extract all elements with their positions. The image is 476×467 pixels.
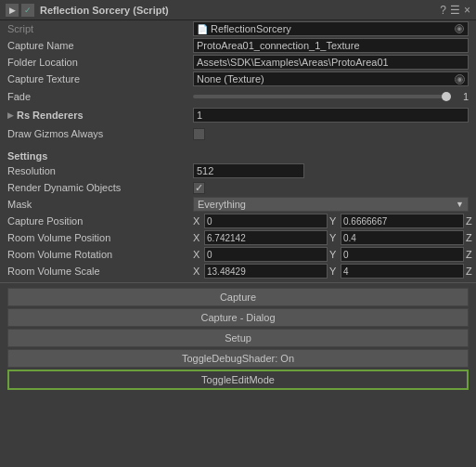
room-volume-rotation-fields: X Y Z: [193, 247, 476, 262]
x-label: X: [193, 215, 204, 227]
active-icon[interactable]: ✓: [21, 4, 34, 17]
capture-pos-z-field: Z: [466, 214, 476, 228]
action-buttons: Capture Capture - Dialog Setup ToggleDeb…: [0, 286, 476, 392]
render-dynamic-checkbox[interactable]: ✓: [193, 182, 205, 194]
folder-location-row: Folder Location Assets\SDK\Examples\Area…: [0, 54, 476, 71]
rs-renderers-label: Rs Renderers: [17, 110, 84, 121]
rs-renderers-row: ▶ Rs Renderers 1: [0, 106, 476, 124]
rs-renderers-label-wrap: ▶ Rs Renderers: [7, 110, 193, 121]
title-bar: ▶ ✓ Reflection Sorcery (Script) ? ☰ ×: [0, 0, 476, 20]
rvp-x-field: X: [193, 230, 328, 245]
capture-texture-label: Capture Texture: [7, 73, 193, 84]
rs-renderers-arrow-icon[interactable]: ▶: [7, 110, 14, 120]
room-volume-scale-row: Room Volume Scale X Y Z: [0, 263, 476, 279]
capture-name-label: Capture Name: [7, 40, 193, 51]
room-volume-position-label: Room Volume Position: [7, 232, 193, 243]
script-row: Script 📄 ReflectionSorcery ◉: [0, 20, 476, 37]
capture-pos-y-input[interactable]: [341, 214, 464, 228]
script-circle-icon[interactable]: ◉: [455, 24, 464, 33]
fade-value: 1: [450, 91, 469, 102]
room-volume-position-fields: X Y Z: [193, 230, 476, 245]
resolution-value[interactable]: 512: [193, 163, 304, 178]
y-label: Y: [329, 215, 341, 227]
script-value: ReflectionSorcery: [211, 23, 291, 34]
room-volume-scale-label: Room Volume Scale: [7, 266, 193, 277]
rvr-x-input[interactable]: [204, 247, 328, 262]
script-file-icon: 📄: [197, 24, 208, 34]
rvr-y-label: Y: [329, 249, 341, 260]
rvs-y-label: Y: [329, 266, 341, 277]
z-label: Z: [466, 215, 476, 227]
rvr-x-label: X: [193, 249, 204, 260]
rvs-x-label: X: [193, 266, 204, 277]
room-volume-scale-fields: X Y Z: [193, 264, 476, 279]
capture-pos-x-field: X: [193, 214, 328, 228]
help-icon[interactable]: ?: [440, 4, 446, 17]
folder-location-value[interactable]: Assets\SDK\Examples\Areas\ProtoArea01: [193, 55, 469, 70]
rvs-z-field: Z: [466, 264, 476, 279]
rvp-y-input[interactable]: [341, 230, 464, 245]
rvs-x-input[interactable]: [204, 264, 328, 279]
rvr-y-input[interactable]: [341, 247, 464, 262]
draw-gizmos-label: Draw Gizmos Always: [7, 128, 193, 139]
rvs-z-label: Z: [466, 266, 476, 277]
mask-label: Mask: [7, 199, 193, 210]
capture-pos-y-field: Y: [329, 214, 464, 228]
rvr-z-field: Z: [466, 247, 476, 262]
settings-icon[interactable]: ☰: [450, 4, 460, 17]
rvr-z-label: Z: [466, 249, 476, 260]
mask-arrow-icon: ▼: [456, 200, 464, 209]
checkmark-icon: ✓: [195, 182, 203, 194]
mask-row: Mask Everything ▼: [0, 196, 476, 213]
rvp-y-label: Y: [329, 232, 341, 243]
folder-location-label: Folder Location: [7, 57, 193, 68]
capture-name-row: Capture Name ProtoArea01_connection_1_Te…: [0, 37, 476, 54]
rvp-x-input[interactable]: [204, 230, 328, 245]
close-icon[interactable]: ×: [464, 4, 470, 17]
capture-dialog-button[interactable]: Capture - Dialog: [7, 308, 469, 327]
title-bar-icons: ▶ ✓: [6, 4, 34, 17]
fade-slider-thumb[interactable]: [442, 92, 451, 101]
fade-label: Fade: [7, 91, 193, 102]
render-dynamic-row: Render Dynamic Objects ✓: [0, 179, 476, 196]
resolution-label: Resolution: [7, 165, 193, 176]
fade-row: Fade 1: [0, 87, 476, 106]
rvp-z-label: Z: [466, 232, 476, 243]
fade-slider-track[interactable]: [193, 95, 446, 98]
toggle-debug-shader-button[interactable]: ToggleDebugShader: On: [7, 349, 469, 368]
capture-texture-value-wrap[interactable]: None (Texture) ◉: [193, 71, 469, 86]
title-text: Reflection Sorcery (Script): [40, 5, 440, 16]
capture-position-row: Capture Position X Y Z: [0, 213, 476, 229]
room-volume-position-row: Room Volume Position X Y Z: [0, 229, 476, 246]
capture-name-value[interactable]: ProtoArea01_connection_1_Texture: [193, 38, 469, 53]
rvp-z-field: Z: [466, 230, 476, 245]
capture-pos-x-input[interactable]: [204, 214, 328, 228]
mask-dropdown[interactable]: Everything ▼: [193, 197, 469, 212]
rvs-y-input[interactable]: [341, 264, 464, 279]
script-value-wrap[interactable]: 📄 ReflectionSorcery ◉: [193, 21, 469, 36]
rvs-x-field: X: [193, 264, 328, 279]
settings-header: Settings: [0, 147, 476, 162]
setup-button[interactable]: Setup: [7, 329, 469, 347]
room-volume-rotation-row: Room Volume Rotation X Y Z: [0, 246, 476, 263]
capture-button[interactable]: Capture: [7, 288, 469, 306]
rs-renderers-value[interactable]: 1: [193, 108, 469, 123]
capture-texture-circle-icon[interactable]: ◉: [455, 74, 465, 84]
rvr-y-field: Y: [329, 247, 464, 262]
render-dynamic-label: Render Dynamic Objects: [7, 182, 193, 193]
rvp-x-label: X: [193, 232, 204, 243]
title-right-icons: ? ☰ ×: [440, 4, 470, 17]
capture-texture-value: None (Texture): [197, 73, 264, 84]
capture-texture-row: Capture Texture None (Texture) ◉: [0, 71, 476, 87]
fade-slider-wrap: 1: [193, 91, 469, 102]
expand-icon[interactable]: ▶: [6, 4, 19, 17]
script-label: Script: [7, 23, 193, 34]
room-volume-rotation-label: Room Volume Rotation: [7, 249, 193, 260]
draw-gizmos-row: Draw Gizmos Always: [0, 124, 476, 143]
toggle-edit-mode-button[interactable]: ToggleEditMode: [7, 370, 469, 390]
rvr-x-field: X: [193, 247, 328, 262]
resolution-row: Resolution 512: [0, 162, 476, 179]
draw-gizmos-checkbox[interactable]: [193, 128, 205, 140]
capture-position-label: Capture Position: [7, 215, 193, 227]
mask-value: Everything: [198, 199, 246, 210]
